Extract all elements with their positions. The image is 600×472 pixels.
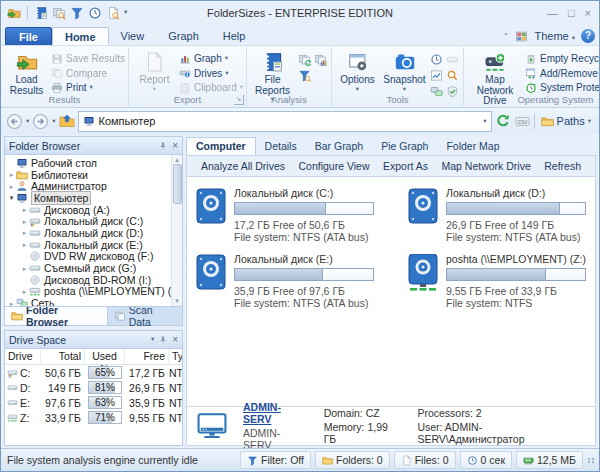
tab-graph[interactable]: Graph xyxy=(156,27,211,45)
drive-snapshot-icon[interactable] xyxy=(298,53,311,66)
report-button[interactable]: Report▾ xyxy=(132,49,177,94)
minimize-button[interactable]: — xyxy=(547,7,558,19)
tab-view[interactable]: View xyxy=(109,27,157,45)
theme-button[interactable]: Theme ▾ xyxy=(534,30,575,42)
drive-row-d[interactable]: D: 149 ГБ 81% 26,9 ГБ NTFS xyxy=(5,380,182,395)
drives-button[interactable]: Drives ▾ xyxy=(179,67,243,80)
search-tool-icon[interactable] xyxy=(446,69,459,82)
close-panel-icon[interactable]: × xyxy=(172,334,178,345)
tree-item-network-drive-z[interactable]: ▸poshta (\\EMPLOYMENT) (Z:) xyxy=(7,286,170,298)
configure-view-link[interactable]: Configure View xyxy=(299,160,370,172)
drive-tile-z[interactable]: poshta (\\EMPLOYMENT) (Z:) 9,55 ГБ Free … xyxy=(407,253,600,319)
tree-item-computer[interactable]: ▾Компьютер xyxy=(7,192,170,204)
analyze-all-drives-link[interactable]: Analyze All Drives xyxy=(201,160,285,172)
clipboard-button[interactable]: Clipboard ▾ xyxy=(179,81,243,94)
tree-item-network[interactable]: ▸Сеть xyxy=(7,297,170,307)
print-button[interactable]: Print ▾ xyxy=(51,81,125,94)
drive-tile-d[interactable]: Локальный диск (D:) 26,9 ГБ Free of 149 … xyxy=(407,187,600,253)
tree-item-drive-a[interactable]: ▸Дисковод (A:) xyxy=(7,204,170,216)
map-network-drive-link[interactable]: Map Network Drive xyxy=(441,160,530,172)
refresh-link[interactable]: Refresh xyxy=(544,160,581,172)
pin-icon[interactable] xyxy=(158,141,168,151)
paths-button[interactable]: Paths▾ xyxy=(538,115,594,128)
drive-row-c[interactable]: C: 50,6 ГБ 65% 17,2 ГБ NTFS xyxy=(5,365,182,380)
scroll-up-icon[interactable]: ▲ xyxy=(174,157,180,163)
compare-button[interactable]: Compare xyxy=(51,67,125,80)
graph-button[interactable]: Graph ▾ xyxy=(179,52,243,65)
tab-home[interactable]: Home xyxy=(52,27,109,45)
location-dropdown-caret[interactable]: ▾ xyxy=(483,118,486,125)
snapshot-manager-icon[interactable] xyxy=(34,6,48,20)
col-free[interactable]: Free xyxy=(125,350,169,363)
collapse-ribbon-icon[interactable]: ⌃ xyxy=(503,32,510,41)
filter-icon[interactable] xyxy=(70,6,84,20)
tree-item-libraries[interactable]: ▸Библиотеки xyxy=(7,169,170,181)
tab-details[interactable]: Details xyxy=(256,138,306,155)
report-preview-icon[interactable] xyxy=(106,6,120,20)
close-button[interactable]: × xyxy=(585,7,591,19)
help-button[interactable]: ? xyxy=(581,29,595,43)
panel-menu-caret[interactable]: ▾ xyxy=(151,336,154,343)
tree-item-dvd-f[interactable]: DVD RW дисковод (F:) xyxy=(7,251,170,263)
search-filter-icon[interactable] xyxy=(298,69,311,82)
scroll-thumb[interactable] xyxy=(173,164,182,204)
tab-folder-browser[interactable]: Folder Browser xyxy=(5,307,108,325)
refresh-button[interactable] xyxy=(495,113,511,129)
folders-count[interactable]: Folders: 0 xyxy=(315,451,390,469)
tab-bar-graph[interactable]: Bar Graph xyxy=(306,138,372,155)
tree-item-drive-d[interactable]: ▸Локальный диск (D:) xyxy=(7,227,170,239)
col-used[interactable]: Used % xyxy=(85,350,125,363)
drive-tile-c[interactable]: Локальный диск (C:) 17,2 ГБ Free of 50,6… xyxy=(195,187,407,253)
filter-status[interactable]: Filter: Off xyxy=(240,451,311,469)
tree-item-removable-g[interactable]: ▸Съемный диск (G:) xyxy=(7,262,170,274)
maximize-button[interactable]: □ xyxy=(568,7,575,19)
scheduler-icon[interactable] xyxy=(430,53,443,66)
csv-export-button[interactable] xyxy=(514,114,531,129)
tree-item-desktop[interactable]: Рабочий стол xyxy=(7,157,170,169)
scroll-down-icon[interactable]: ▼ xyxy=(174,298,180,304)
back-button[interactable] xyxy=(6,113,23,130)
map-network-drive-button[interactable]: Map Network Drive xyxy=(467,49,523,94)
empty-recycle-bin-button[interactable]: Empty Recycle Bin xyxy=(525,52,600,65)
col-type[interactable]: Type xyxy=(169,350,183,363)
up-folder-button[interactable] xyxy=(59,113,75,129)
memory-usage[interactable]: 12,5 МБ xyxy=(516,451,583,469)
tree-scrollbar[interactable]: ▲▼ xyxy=(171,155,182,306)
forward-history-caret[interactable]: ▾ xyxy=(52,118,55,125)
drive-row-e[interactable]: E: 97,6 ГБ 63% 35,9 ГБ NTFS xyxy=(5,395,182,410)
back-history-caret[interactable]: ▾ xyxy=(26,118,29,125)
col-total[interactable]: Total xyxy=(41,350,85,363)
col-drive[interactable]: Drive xyxy=(5,350,41,363)
location-field[interactable]: Компьютер ▾ xyxy=(78,111,492,132)
pin-icon[interactable] xyxy=(158,335,168,345)
load-results-button[interactable]: Load Results xyxy=(4,49,49,94)
tab-computer[interactable]: Computer xyxy=(186,137,256,155)
tab-pie-graph[interactable]: Pie Graph xyxy=(372,138,437,155)
elapsed-time[interactable]: 0 сек xyxy=(460,451,512,469)
theme-icon[interactable] xyxy=(515,30,528,43)
qat-menu-caret[interactable]: ▾ xyxy=(124,9,127,16)
export-dialog-launcher[interactable]: ↘ xyxy=(234,95,244,105)
files-count[interactable]: Files: 0 xyxy=(394,451,456,469)
computer-name-link[interactable]: ADMIN-SERV xyxy=(243,401,308,425)
export-as-link[interactable]: Export As xyxy=(383,160,428,172)
file-reports-button[interactable]: File Reports▾ xyxy=(250,49,295,94)
disabled-tool-icon[interactable] xyxy=(446,53,459,66)
close-panel-icon[interactable]: × xyxy=(172,140,178,151)
tree-item-drive-c[interactable]: ▸Локальный диск (C:) xyxy=(7,215,170,227)
load-results-icon[interactable] xyxy=(7,6,21,20)
tab-scan-data[interactable]: Scan Data xyxy=(108,307,182,325)
drive-tile-e[interactable]: Локальный диск (E:) 35,9 ГБ Free of 97,6… xyxy=(195,253,407,319)
add-remove-programs-button[interactable]: Add/Remove Programs xyxy=(525,67,600,80)
scan-report-icon[interactable] xyxy=(314,53,327,66)
system-protection-button[interactable]: System Protection xyxy=(525,81,600,94)
scheduler-icon[interactable] xyxy=(88,6,102,20)
resize-grip[interactable] xyxy=(588,458,595,463)
drive-row-z[interactable]: Z: 33,9 ГБ 71% 9,55 ГБ NTFS xyxy=(5,410,182,425)
tree-item-bdrom-i[interactable]: Дисковод BD-ROM (I:) xyxy=(7,274,170,286)
tab-file[interactable]: File xyxy=(5,27,52,45)
search-window-icon[interactable] xyxy=(52,6,66,20)
tree-item-drive-e[interactable]: ▸Локальный диск (E:) xyxy=(7,239,170,251)
tab-folder-map[interactable]: Folder Map xyxy=(437,138,508,155)
snapshot-button[interactable]: Snapshot▾ xyxy=(382,49,427,94)
